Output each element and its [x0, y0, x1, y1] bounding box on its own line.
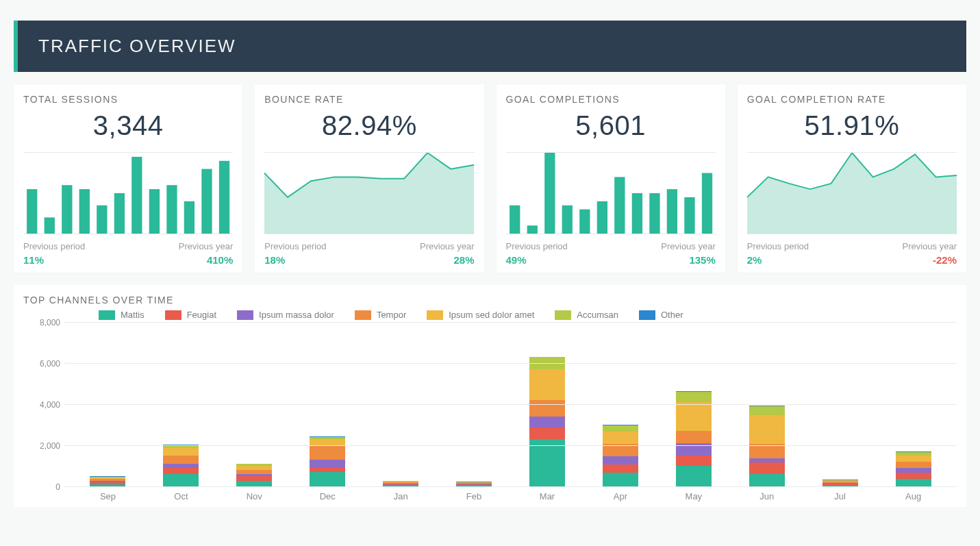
svg-rect-7 — [149, 189, 160, 234]
bar-segment — [529, 400, 565, 417]
bar-segment — [749, 406, 785, 416]
prev-year-value: 410% — [179, 254, 233, 266]
gridline — [64, 322, 957, 323]
legend-item[interactable]: Other — [639, 310, 683, 320]
legend-swatch — [237, 310, 253, 320]
bar-stack[interactable] — [603, 425, 638, 487]
svg-rect-3 — [79, 189, 90, 234]
gridline — [64, 363, 957, 364]
svg-rect-18 — [614, 177, 625, 234]
kpi-sparkline — [264, 152, 474, 234]
legend-item[interactable]: Feugiat — [165, 310, 216, 320]
bar-segment — [676, 392, 712, 402]
kpi-card: GOAL COMPLETIONS5,601Previous period49%P… — [497, 84, 725, 273]
svg-rect-1 — [45, 217, 55, 234]
bar-stack[interactable] — [310, 436, 345, 487]
kpi-footer: Previous period49%Previous year135% — [506, 241, 716, 266]
kpi-footer: Previous period18%Previous year28% — [264, 241, 474, 266]
bar-column — [877, 451, 950, 487]
svg-rect-22 — [684, 197, 694, 234]
legend-item[interactable]: Tempor — [355, 310, 406, 320]
prev-period-value: 11% — [23, 254, 85, 266]
y-tick-label: 0 — [55, 482, 60, 492]
legend-swatch — [427, 310, 443, 320]
x-tick-label: Jun — [730, 491, 803, 501]
bar-column — [511, 357, 584, 487]
x-tick-label: Nov — [218, 491, 291, 501]
kpi-title: BOUNCE RATE — [264, 94, 474, 105]
prev-period-label: Previous period — [747, 241, 809, 251]
bar-segment — [529, 417, 565, 428]
bar-segment — [529, 369, 565, 400]
x-tick-label: Sep — [71, 491, 145, 501]
bar-segment — [529, 427, 565, 439]
bar-stack[interactable] — [163, 445, 199, 487]
bar-segment — [676, 402, 712, 431]
legend-label: Tempor — [377, 310, 406, 320]
bar-segment — [896, 468, 931, 473]
bar-segment — [896, 456, 931, 462]
legend-label: Mattis — [121, 310, 145, 320]
page-title: TRAFFIC OVERVIEW — [38, 36, 946, 57]
svg-rect-17 — [596, 201, 607, 234]
legend-item[interactable]: Mattis — [99, 310, 145, 320]
bar-column — [71, 476, 145, 487]
legend-item[interactable]: Accumsan — [555, 310, 618, 320]
x-tick-label: Mar — [511, 491, 584, 501]
kpi-footer: Previous period2%Previous year-22% — [747, 241, 957, 266]
legend-label: Ipsum massa dolor — [259, 310, 334, 320]
bar-segment — [676, 456, 712, 466]
prev-period-label: Previous period — [23, 241, 85, 251]
channels-title: TOP CHANNELS OVER TIME — [23, 295, 957, 306]
bar-stack[interactable] — [749, 406, 785, 487]
x-axis: SepOctNovDecJanFebMarAprMayJunJulAug — [23, 487, 957, 501]
kpi-value: 3,344 — [23, 110, 233, 141]
kpi-sparkline — [747, 152, 957, 234]
bar-segment — [603, 456, 638, 464]
bar-stack[interactable] — [90, 476, 125, 487]
bar-segment — [603, 464, 638, 473]
x-tick-label: Aug — [877, 491, 950, 501]
legend-swatch — [99, 310, 115, 320]
x-tick-label: Dec — [291, 491, 364, 501]
channels-chart: 02,0004,0006,0008,000 — [23, 323, 957, 487]
svg-rect-12 — [510, 206, 520, 234]
legend-item[interactable]: Ipsum sed dolor amet — [427, 310, 534, 320]
kpi-footer: Previous period11%Previous year410% — [23, 241, 233, 266]
prev-period-label: Previous period — [506, 241, 568, 251]
bar-stack[interactable] — [236, 464, 272, 487]
kpi-title: TOTAL SESSIONS — [23, 94, 233, 105]
bar-column — [218, 464, 291, 487]
kpi-sparkline — [506, 152, 716, 234]
legend-swatch — [639, 310, 655, 320]
prev-year-label: Previous year — [179, 241, 233, 251]
channels-panel: TOP CHANNELS OVER TIME MattisFeugiatIpsu… — [14, 285, 966, 507]
bar-segment — [749, 462, 785, 474]
kpi-value: 5,601 — [506, 110, 716, 141]
bars-row — [64, 323, 957, 487]
x-tick-label: Oct — [145, 491, 218, 501]
prev-period-value: 2% — [747, 254, 809, 266]
prev-year-label: Previous year — [661, 241, 715, 251]
bar-segment — [676, 431, 712, 443]
bar-stack[interactable] — [676, 391, 712, 487]
x-tick-label: Jan — [364, 491, 438, 501]
bar-segment — [236, 476, 272, 481]
kpi-card: BOUNCE RATE82.94%Previous period18%Previ… — [255, 84, 483, 273]
svg-rect-9 — [184, 201, 194, 234]
legend-item[interactable]: Ipsum massa dolor — [237, 310, 334, 320]
bar-segment — [163, 468, 199, 474]
svg-rect-2 — [62, 185, 72, 234]
svg-rect-6 — [131, 157, 142, 234]
bar-stack[interactable] — [529, 357, 565, 487]
kpi-sparkline — [23, 152, 233, 234]
bar-column — [657, 391, 730, 487]
bar-segment — [163, 448, 199, 456]
plot-area — [64, 323, 957, 487]
bar-segment — [749, 415, 785, 444]
svg-rect-21 — [666, 189, 677, 234]
bar-segment — [310, 472, 345, 488]
x-tick-label: Jul — [803, 491, 877, 501]
svg-rect-11 — [219, 161, 229, 234]
bar-stack[interactable] — [896, 451, 931, 487]
